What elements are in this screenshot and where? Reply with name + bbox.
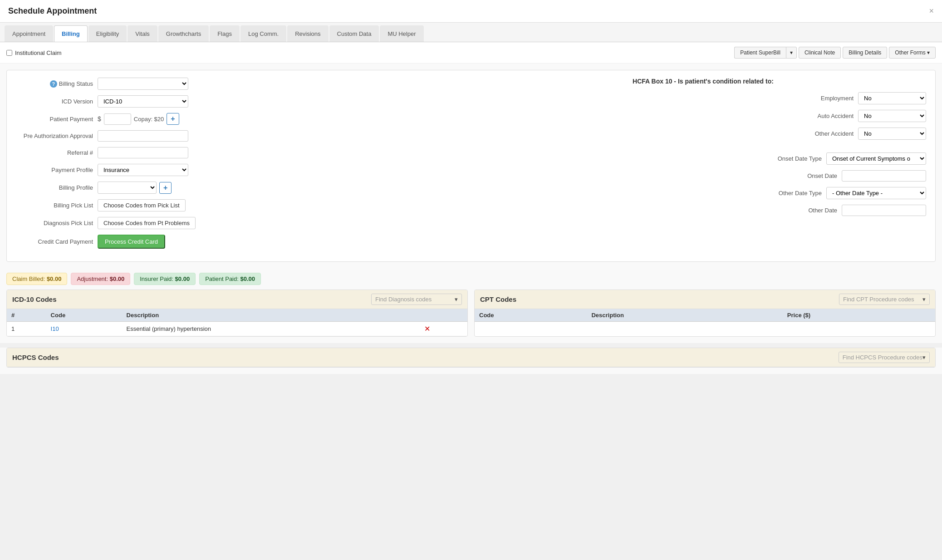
onset-date-input[interactable]	[842, 170, 926, 182]
auto-accident-select[interactable]: No	[858, 110, 926, 122]
hcpcs-area: HCPCS Codes Find HCPCS Procedure codes ▾	[0, 348, 942, 374]
claim-billed-summary: Claim Billed: $0.00	[6, 273, 67, 285]
institutional-claim-checkbox[interactable]	[6, 50, 12, 56]
tab-eligibility[interactable]: Eligibility	[88, 25, 127, 42]
summary-bar: Claim Billed: $0.00 Adjustment: $0.00 In…	[0, 268, 942, 290]
hcpcs-search-box[interactable]: Find HCPCS Procedure codes ▾	[839, 352, 930, 363]
cpt-table-header: Code Description Price ($)	[475, 309, 935, 322]
employment-row: Employment No	[480, 92, 926, 104]
billing-pick-list-row: Billing Pick List Choose Codes from Pick…	[16, 199, 462, 211]
hcpcs-title: HCPCS Codes	[12, 354, 59, 361]
billing-details-button[interactable]: Billing Details	[843, 47, 887, 59]
copay-text: Copay: $20	[134, 116, 164, 123]
cpt-col-price: Price ($)	[783, 309, 935, 322]
other-forms-button[interactable]: Other Forms ▾	[889, 47, 936, 59]
billing-status-label: ?Billing Status	[16, 80, 93, 88]
adjustment-value: $0.00	[110, 275, 125, 282]
process-credit-card-button[interactable]: Process Credit Card	[98, 235, 165, 249]
icd10-row-remove: ✕	[420, 322, 467, 336]
other-date-type-label: Other Date Type	[763, 190, 822, 196]
onset-date-type-select[interactable]: Onset of Current Symptoms o	[826, 152, 926, 165]
billing-profile-row: Billing Profile +	[16, 182, 462, 194]
patient-superbill-dropdown[interactable]: ▾	[786, 47, 797, 59]
employment-select[interactable]: No	[858, 92, 926, 104]
tab-growthcharts[interactable]: Growthcharts	[158, 25, 209, 42]
claim-billed-value: $0.00	[47, 275, 62, 282]
patient-payment-group: $ 0 Copay: $20 +	[98, 113, 179, 125]
billing-status-select[interactable]	[98, 78, 188, 90]
billing-profile-select[interactable]	[98, 182, 157, 194]
onset-date-type-label: Onset Date Type	[763, 155, 822, 162]
patient-paid-value: $0.00	[240, 275, 255, 282]
pre-auth-input[interactable]	[98, 130, 188, 142]
icd-version-select[interactable]: ICD-10	[98, 95, 188, 108]
cpt-table: Code Description Price ($)	[475, 309, 935, 322]
icd10-title: ICD-10 Codes	[12, 295, 57, 303]
icd10-table-header: # Code Description	[7, 309, 467, 322]
diagnosis-pick-list-button[interactable]: Choose Codes from Pt Problems	[98, 217, 196, 229]
icd10-row-desc: Essential (primary) hypertension	[122, 322, 420, 336]
icd10-panel: ICD-10 Codes Find Diagnosis codes ▾ # Co…	[6, 290, 468, 337]
cpt-search-box[interactable]: Find CPT Procedure codes ▾	[839, 294, 930, 305]
tab-muhelper[interactable]: MU Helper	[380, 25, 423, 42]
cpt-col-desc: Description	[587, 309, 782, 322]
tab-billing[interactable]: Billing	[54, 25, 88, 42]
payment-profile-row: Payment Profile Insurance	[16, 164, 462, 176]
hcpcs-panel: HCPCS Codes Find HCPCS Procedure codes ▾	[6, 348, 936, 368]
auto-accident-label: Auto Accident	[795, 113, 854, 119]
billing-profile-group: +	[98, 182, 172, 194]
other-date-row: Other Date	[480, 205, 926, 216]
other-date-type-row: Other Date Type - Other Date Type -	[480, 187, 926, 199]
icd10-search-box[interactable]: Find Diagnosis codes ▾	[371, 294, 462, 305]
remove-icd10-icon[interactable]: ✕	[424, 325, 430, 333]
other-date-type-select[interactable]: - Other Date Type -	[826, 187, 926, 199]
icd10-col-num: #	[7, 309, 46, 322]
icd10-search-arrow: ▾	[455, 296, 458, 303]
icd10-row-num: 1	[7, 322, 46, 336]
tab-revisions[interactable]: Revisions	[287, 25, 328, 42]
hcfa-title: HCFA Box 10 - Is patient's condition rel…	[480, 78, 926, 85]
other-date-label: Other Date	[778, 207, 837, 214]
cpt-col-code: Code	[475, 309, 587, 322]
patient-superbill-button[interactable]: Patient SuperBill	[734, 47, 786, 59]
patient-payment-input[interactable]: 0	[104, 113, 131, 125]
onset-date-label: Onset Date	[778, 172, 837, 179]
cpt-search-placeholder: Find CPT Procedure codes	[843, 296, 914, 303]
diagnosis-pick-list-label: Diagnosis Pick List	[16, 220, 93, 226]
insurer-paid-value: $0.00	[175, 275, 190, 282]
icd10-panel-header: ICD-10 Codes Find Diagnosis codes ▾	[7, 290, 467, 309]
billing-pick-list-button[interactable]: Choose Codes from Pick List	[98, 199, 186, 211]
icd10-col-desc: Description	[122, 309, 420, 322]
tab-logcomm[interactable]: Log Comm.	[240, 25, 286, 42]
billing-pick-list-label: Billing Pick List	[16, 202, 93, 209]
currency-symbol: $	[98, 115, 101, 123]
pre-auth-row: Pre Authorization Approval	[16, 130, 462, 142]
adjustment-summary: Adjustment: $0.00	[71, 273, 130, 285]
pre-auth-label: Pre Authorization Approval	[16, 133, 93, 139]
table-row: 1 I10 Essential (primary) hypertension ✕	[7, 322, 467, 336]
other-accident-select[interactable]: No	[858, 128, 926, 140]
hcpcs-search-placeholder: Find HCPCS Procedure codes	[843, 354, 922, 361]
add-payment-button[interactable]: +	[167, 113, 179, 125]
institutional-claim-label: Institutional Claim	[15, 49, 62, 56]
tab-customdata[interactable]: Custom Data	[329, 25, 379, 42]
modal-title: Schedule Appointment	[8, 6, 97, 16]
diagnosis-pick-list-row: Diagnosis Pick List Choose Codes from Pt…	[16, 217, 462, 229]
tab-flags[interactable]: Flags	[210, 25, 240, 42]
billing-panel: ?Billing Status ICD Version ICD-10 Patie…	[6, 70, 936, 262]
billing-status-row: ?Billing Status	[16, 78, 462, 90]
payment-profile-select[interactable]: Insurance	[98, 164, 188, 176]
referral-input[interactable]	[98, 147, 188, 158]
icd-version-row: ICD Version ICD-10	[16, 95, 462, 108]
other-date-input[interactable]	[842, 205, 926, 216]
close-button[interactable]: ×	[929, 6, 934, 16]
icd10-col-action	[420, 309, 467, 322]
cpt-panel-header: CPT Codes Find CPT Procedure codes ▾	[475, 290, 935, 309]
tab-vitals[interactable]: Vitals	[128, 25, 157, 42]
clinical-note-button[interactable]: Clinical Note	[799, 47, 841, 59]
tab-appointment[interactable]: Appointment	[5, 25, 53, 42]
icd10-code-link[interactable]: I10	[51, 325, 59, 332]
modal-header: Schedule Appointment ×	[0, 0, 942, 23]
add-billing-profile-button[interactable]: +	[159, 182, 172, 194]
referral-label: Referral #	[16, 149, 93, 156]
